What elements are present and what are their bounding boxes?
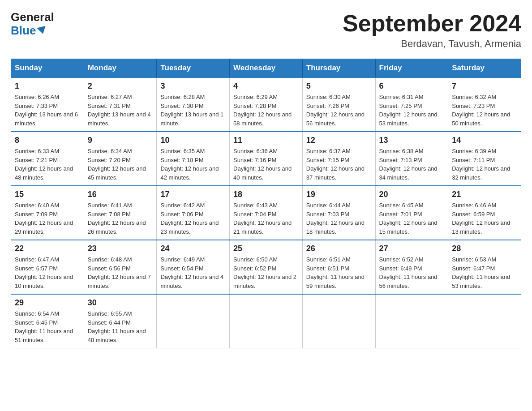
calendar-cell: 6Sunrise: 6:31 AMSunset: 7:25 PMDaylight… bbox=[375, 77, 448, 132]
calendar-cell: 20Sunrise: 6:45 AMSunset: 7:01 PMDayligh… bbox=[375, 186, 448, 240]
page-header: General Blue September 2024 Berdavan, Ta… bbox=[11, 11, 521, 50]
column-header-tuesday: Tuesday bbox=[157, 59, 230, 78]
week-row-2: 8Sunrise: 6:33 AMSunset: 7:21 PMDaylight… bbox=[11, 132, 521, 186]
day-info: Sunrise: 6:34 AMSunset: 7:20 PMDaylight:… bbox=[88, 147, 153, 182]
calendar-cell: 26Sunrise: 6:51 AMSunset: 6:51 PMDayligh… bbox=[302, 240, 375, 294]
week-row-4: 22Sunrise: 6:47 AMSunset: 6:57 PMDayligh… bbox=[11, 240, 521, 294]
column-header-saturday: Saturday bbox=[448, 59, 521, 78]
calendar-cell: 10Sunrise: 6:35 AMSunset: 7:18 PMDayligh… bbox=[157, 132, 230, 186]
day-number: 9 bbox=[88, 136, 153, 145]
calendar-cell: 30Sunrise: 6:55 AMSunset: 6:44 PMDayligh… bbox=[84, 294, 157, 348]
calendar-cell: 12Sunrise: 6:37 AMSunset: 7:15 PMDayligh… bbox=[302, 132, 375, 186]
day-number: 10 bbox=[160, 136, 226, 145]
day-info: Sunrise: 6:38 AMSunset: 7:13 PMDaylight:… bbox=[379, 147, 445, 182]
day-info: Sunrise: 6:55 AMSunset: 6:44 PMDaylight:… bbox=[88, 309, 153, 344]
day-info: Sunrise: 6:26 AMSunset: 7:33 PMDaylight:… bbox=[15, 93, 80, 128]
day-info: Sunrise: 6:29 AMSunset: 7:28 PMDaylight:… bbox=[233, 93, 299, 128]
day-number: 27 bbox=[379, 244, 445, 253]
calendar-cell bbox=[375, 294, 448, 348]
day-info: Sunrise: 6:54 AMSunset: 6:45 PMDaylight:… bbox=[15, 309, 80, 344]
day-info: Sunrise: 6:45 AMSunset: 7:01 PMDaylight:… bbox=[379, 201, 445, 236]
logo-triangle-icon bbox=[37, 26, 47, 35]
day-number: 17 bbox=[160, 190, 226, 199]
calendar-cell: 11Sunrise: 6:36 AMSunset: 7:16 PMDayligh… bbox=[230, 132, 303, 186]
day-number: 26 bbox=[306, 244, 372, 253]
column-header-thursday: Thursday bbox=[302, 59, 375, 78]
day-number: 11 bbox=[233, 136, 299, 145]
day-info: Sunrise: 6:28 AMSunset: 7:30 PMDaylight:… bbox=[160, 93, 226, 128]
day-info: Sunrise: 6:35 AMSunset: 7:18 PMDaylight:… bbox=[160, 147, 226, 182]
day-number: 20 bbox=[379, 190, 445, 199]
day-number: 28 bbox=[452, 244, 517, 253]
day-number: 25 bbox=[233, 244, 299, 253]
day-info: Sunrise: 6:46 AMSunset: 6:59 PMDaylight:… bbox=[452, 201, 517, 236]
day-info: Sunrise: 6:52 AMSunset: 6:49 PMDaylight:… bbox=[379, 255, 445, 290]
day-number: 22 bbox=[15, 244, 80, 253]
day-number: 21 bbox=[452, 190, 517, 199]
week-row-3: 15Sunrise: 6:40 AMSunset: 7:09 PMDayligh… bbox=[11, 186, 521, 240]
day-number: 24 bbox=[160, 244, 226, 253]
day-info: Sunrise: 6:47 AMSunset: 6:57 PMDaylight:… bbox=[15, 255, 80, 290]
day-info: Sunrise: 6:48 AMSunset: 6:56 PMDaylight:… bbox=[88, 255, 153, 290]
calendar-cell: 25Sunrise: 6:50 AMSunset: 6:52 PMDayligh… bbox=[230, 240, 303, 294]
logo-general-text: General bbox=[11, 11, 54, 24]
week-row-5: 29Sunrise: 6:54 AMSunset: 6:45 PMDayligh… bbox=[11, 294, 521, 348]
day-number: 1 bbox=[15, 81, 80, 91]
day-info: Sunrise: 6:44 AMSunset: 7:03 PMDaylight:… bbox=[306, 201, 372, 236]
day-number: 15 bbox=[15, 190, 80, 199]
day-number: 4 bbox=[233, 81, 299, 91]
title-area: September 2024 Berdavan, Tavush, Armenia bbox=[343, 11, 521, 50]
day-info: Sunrise: 6:39 AMSunset: 7:11 PMDaylight:… bbox=[452, 147, 517, 182]
day-info: Sunrise: 6:31 AMSunset: 7:25 PMDaylight:… bbox=[379, 93, 445, 128]
day-info: Sunrise: 6:36 AMSunset: 7:16 PMDaylight:… bbox=[233, 147, 299, 182]
calendar-cell: 14Sunrise: 6:39 AMSunset: 7:11 PMDayligh… bbox=[448, 132, 521, 186]
calendar-table: SundayMondayTuesdayWednesdayThursdayFrid… bbox=[11, 59, 521, 348]
day-number: 19 bbox=[306, 190, 372, 199]
column-header-sunday: Sunday bbox=[11, 59, 84, 78]
calendar-cell: 23Sunrise: 6:48 AMSunset: 6:56 PMDayligh… bbox=[84, 240, 157, 294]
week-row-1: 1Sunrise: 6:26 AMSunset: 7:33 PMDaylight… bbox=[11, 77, 521, 132]
day-info: Sunrise: 6:42 AMSunset: 7:06 PMDaylight:… bbox=[160, 201, 226, 236]
day-number: 7 bbox=[452, 81, 517, 91]
day-info: Sunrise: 6:50 AMSunset: 6:52 PMDaylight:… bbox=[233, 255, 299, 290]
calendar-cell: 4Sunrise: 6:29 AMSunset: 7:28 PMDaylight… bbox=[230, 77, 303, 132]
calendar-cell: 19Sunrise: 6:44 AMSunset: 7:03 PMDayligh… bbox=[302, 186, 375, 240]
calendar-cell: 7Sunrise: 6:32 AMSunset: 7:23 PMDaylight… bbox=[448, 77, 521, 132]
calendar-cell: 8Sunrise: 6:33 AMSunset: 7:21 PMDaylight… bbox=[11, 132, 84, 186]
day-number: 13 bbox=[379, 136, 445, 145]
day-info: Sunrise: 6:43 AMSunset: 7:04 PMDaylight:… bbox=[233, 201, 299, 236]
day-info: Sunrise: 6:40 AMSunset: 7:09 PMDaylight:… bbox=[15, 201, 80, 236]
day-number: 3 bbox=[160, 81, 226, 91]
calendar-cell: 1Sunrise: 6:26 AMSunset: 7:33 PMDaylight… bbox=[11, 77, 84, 132]
calendar-cell: 16Sunrise: 6:41 AMSunset: 7:08 PMDayligh… bbox=[84, 186, 157, 240]
day-number: 12 bbox=[306, 136, 372, 145]
day-number: 6 bbox=[379, 81, 445, 91]
calendar-cell bbox=[157, 294, 230, 348]
day-info: Sunrise: 6:41 AMSunset: 7:08 PMDaylight:… bbox=[88, 201, 153, 236]
calendar-cell: 27Sunrise: 6:52 AMSunset: 6:49 PMDayligh… bbox=[375, 240, 448, 294]
day-number: 8 bbox=[15, 136, 80, 145]
calendar-cell: 15Sunrise: 6:40 AMSunset: 7:09 PMDayligh… bbox=[11, 186, 84, 240]
day-number: 29 bbox=[15, 298, 80, 308]
logo: General Blue bbox=[11, 11, 54, 38]
calendar-cell: 2Sunrise: 6:27 AMSunset: 7:31 PMDaylight… bbox=[84, 77, 157, 132]
calendar-cell: 28Sunrise: 6:53 AMSunset: 6:47 PMDayligh… bbox=[448, 240, 521, 294]
calendar-cell: 17Sunrise: 6:42 AMSunset: 7:06 PMDayligh… bbox=[157, 186, 230, 240]
day-number: 14 bbox=[452, 136, 517, 145]
day-number: 16 bbox=[88, 190, 153, 199]
day-number: 30 bbox=[88, 298, 153, 308]
month-title: September 2024 bbox=[343, 11, 521, 36]
column-header-monday: Monday bbox=[84, 59, 157, 78]
calendar-header-row: SundayMondayTuesdayWednesdayThursdayFrid… bbox=[11, 59, 521, 78]
calendar-cell: 9Sunrise: 6:34 AMSunset: 7:20 PMDaylight… bbox=[84, 132, 157, 186]
column-header-friday: Friday bbox=[375, 59, 448, 78]
day-info: Sunrise: 6:27 AMSunset: 7:31 PMDaylight:… bbox=[88, 93, 153, 128]
logo-blue-text: Blue bbox=[11, 24, 47, 38]
calendar-cell bbox=[448, 294, 521, 348]
calendar-cell: 21Sunrise: 6:46 AMSunset: 6:59 PMDayligh… bbox=[448, 186, 521, 240]
day-number: 5 bbox=[306, 81, 372, 91]
day-info: Sunrise: 6:33 AMSunset: 7:21 PMDaylight:… bbox=[15, 147, 80, 182]
day-info: Sunrise: 6:51 AMSunset: 6:51 PMDaylight:… bbox=[306, 255, 372, 290]
day-info: Sunrise: 6:49 AMSunset: 6:54 PMDaylight:… bbox=[160, 255, 226, 290]
calendar-cell: 18Sunrise: 6:43 AMSunset: 7:04 PMDayligh… bbox=[230, 186, 303, 240]
